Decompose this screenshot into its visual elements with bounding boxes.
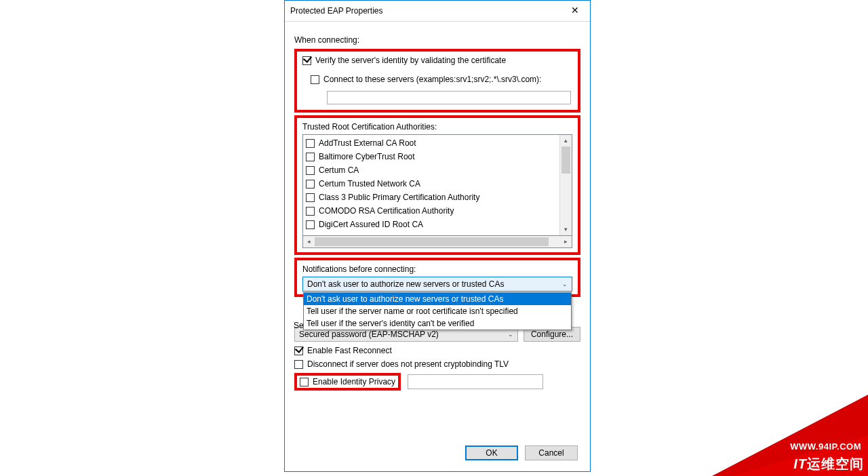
scroll-down-icon[interactable]: ▾ xyxy=(560,224,572,235)
watermark-brand: IT运维空间 xyxy=(793,455,864,473)
ca-label: Certum CA xyxy=(319,165,359,175)
dialog-buttons: OK Cancel xyxy=(465,445,578,460)
connect-servers-input[interactable] xyxy=(327,91,571,104)
close-icon[interactable]: ✕ xyxy=(559,1,590,20)
chevron-down-icon: ⌄ xyxy=(562,281,568,287)
ca-item[interactable]: COMODO RSA Certification Authority xyxy=(306,204,569,218)
notifications-label: Notifications before connecting: xyxy=(302,264,572,274)
scroll-thumb[interactable] xyxy=(561,146,570,174)
verify-section-highlight: Verify the server's identity by validati… xyxy=(294,49,580,113)
identity-privacy-label: Enable Identity Privacy xyxy=(313,377,395,386)
ca-checkbox[interactable] xyxy=(306,153,315,161)
ca-item[interactable]: AddTrust External CA Root xyxy=(306,136,569,150)
connect-servers-checkbox[interactable] xyxy=(311,75,319,84)
scroll-up-icon[interactable]: ▴ xyxy=(560,135,572,146)
cancel-button[interactable]: Cancel xyxy=(525,445,578,460)
ca-item[interactable]: Certum CA xyxy=(306,163,569,177)
identity-privacy-input[interactable] xyxy=(408,374,543,389)
ca-label: Class 3 Public Primary Certification Aut… xyxy=(319,193,479,202)
trusted-root-highlight: Trusted Root Certification Authorities: … xyxy=(294,115,580,255)
notifications-selected: Don't ask user to authorize new servers … xyxy=(307,279,504,289)
notifications-option[interactable]: Tell user if the server name or root cer… xyxy=(304,305,571,317)
auth-method-selected: Secured password (EAP-MSCHAP v2) xyxy=(299,330,439,339)
ca-label: Baltimore CyberTrust Root xyxy=(319,152,415,161)
ca-checkbox[interactable] xyxy=(306,207,315,216)
verify-identity-checkbox[interactable] xyxy=(302,56,311,65)
verify-identity-row[interactable]: Verify the server's identity by validati… xyxy=(302,56,572,65)
ca-item[interactable]: Certum Trusted Network CA xyxy=(306,177,569,191)
eap-properties-dialog: Protected EAP Properties ✕ When connecti… xyxy=(284,0,591,472)
ca-item[interactable]: Baltimore CyberTrust Root xyxy=(306,150,569,163)
notifications-option[interactable]: Don't ask user to authorize new servers … xyxy=(304,293,571,305)
ca-checkbox[interactable] xyxy=(306,180,315,189)
scroll-left-icon[interactable]: ◂ xyxy=(303,236,315,247)
fast-reconnect-row[interactable]: Enable Fast Reconnect xyxy=(294,346,580,355)
notifications-highlight: Notifications before connecting: Don't a… xyxy=(294,258,580,297)
fast-reconnect-checkbox[interactable] xyxy=(294,346,303,355)
dialog-content: When connecting: Verify the server's ide… xyxy=(285,22,590,396)
connect-servers-label: Connect to these servers (examples:srv1;… xyxy=(323,75,541,84)
trusted-ca-listbox[interactable]: AddTrust External CA Root Baltimore Cybe… xyxy=(302,134,572,236)
ca-checkbox[interactable] xyxy=(306,166,315,175)
title-bar[interactable]: Protected EAP Properties ✕ xyxy=(285,1,590,22)
disconnect-crypto-checkbox[interactable] xyxy=(294,360,303,369)
fast-reconnect-label: Enable Fast Reconnect xyxy=(307,346,392,355)
chevron-down-icon: ⌄ xyxy=(508,331,513,338)
watermark-url: WWW.94IP.COM xyxy=(790,441,861,452)
ca-checkbox[interactable] xyxy=(306,220,315,229)
ca-label: AddTrust External CA Root xyxy=(319,138,416,148)
identity-privacy-checkbox[interactable] xyxy=(300,378,309,386)
ok-button[interactable]: OK xyxy=(465,445,518,460)
verify-identity-label: Verify the server's identity by validati… xyxy=(315,56,506,65)
hscroll-thumb[interactable] xyxy=(315,237,549,246)
dialog-title: Protected EAP Properties xyxy=(290,6,383,16)
ca-checkbox[interactable] xyxy=(306,139,315,148)
ca-label: COMODO RSA Certification Authority xyxy=(319,206,454,216)
notifications-option[interactable]: Tell user if the server's identity can't… xyxy=(304,317,571,330)
scroll-right-icon[interactable]: ▸ xyxy=(560,236,572,247)
disconnect-crypto-row[interactable]: Disconnect if server does not present cr… xyxy=(294,359,580,369)
auth-method-label-partial: Se xyxy=(294,321,304,330)
ca-item[interactable]: Class 3 Public Primary Certification Aut… xyxy=(306,191,569,204)
notifications-dropdown[interactable]: Don't ask user to authorize new servers … xyxy=(302,277,572,292)
disconnect-crypto-label: Disconnect if server does not present cr… xyxy=(307,359,509,369)
ca-item[interactable]: DigiCert Assured ID Root CA xyxy=(306,218,569,231)
connect-servers-row[interactable]: Connect to these servers (examples:srv1;… xyxy=(311,75,572,84)
when-connecting-label: When connecting: xyxy=(294,35,580,45)
identity-privacy-highlight: Enable Identity Privacy xyxy=(294,373,401,391)
ca-label: DigiCert Assured ID Root CA xyxy=(319,220,423,229)
ca-label: Certum Trusted Network CA xyxy=(319,179,420,189)
ca-checkbox[interactable] xyxy=(306,193,315,202)
ca-horizontal-scrollbar[interactable]: ◂ ▸ xyxy=(302,236,572,248)
ca-vertical-scrollbar[interactable]: ▴ ▾ xyxy=(559,135,572,235)
notifications-dropdown-popup[interactable]: Don't ask user to authorize new servers … xyxy=(303,292,572,330)
trusted-root-label: Trusted Root Certification Authorities: xyxy=(302,122,572,132)
identity-privacy-row: Enable Identity Privacy xyxy=(294,373,580,391)
